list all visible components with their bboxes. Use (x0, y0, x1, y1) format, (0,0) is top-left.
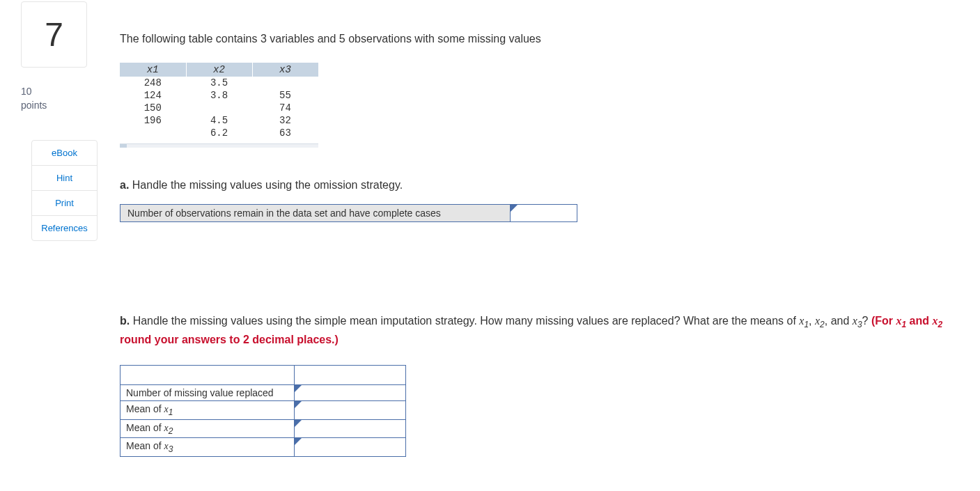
row-label: Number of missing value replaced (120, 384, 295, 400)
sidebar-link-ebook[interactable]: eBook (32, 141, 97, 166)
cell: 3.8 (186, 89, 252, 102)
var-x: x (815, 315, 820, 327)
sidebar-link-references[interactable]: References (32, 216, 97, 240)
table-row: Mean of x2 (120, 419, 406, 438)
var-x: x (853, 315, 857, 327)
part-a-input-wrap (511, 205, 577, 221)
sub-2: 2 (820, 320, 825, 329)
cell: 124 (120, 89, 186, 102)
main-content: The following table contains 3 variables… (120, 1, 959, 457)
table-row: 150 74 (120, 102, 318, 114)
table-scroll-hint (120, 143, 318, 148)
cell: 150 (120, 102, 186, 114)
cell: 196 (120, 114, 186, 127)
points-text: points (21, 100, 47, 111)
data-table: x1 x2 x3 248 3.5 124 3.8 55 150 (120, 63, 319, 139)
sidebar-link-print[interactable]: Print (32, 191, 97, 216)
part-b-prompt: b. Handle the missing values using the s… (120, 313, 959, 348)
table-row: 196 4.5 32 (120, 114, 318, 127)
col-header-x2: x2 (186, 63, 252, 77)
input-cell (295, 384, 406, 400)
col-header-x1: x1 (120, 63, 186, 77)
question-number-box: 7 (21, 1, 87, 68)
intro-text: The following table contains 3 variables… (120, 33, 959, 45)
table-row: Mean of x1 (120, 400, 406, 419)
cell: 3.5 (186, 77, 252, 89)
cell: 55 (252, 89, 318, 102)
input-cell (295, 438, 406, 457)
input-indicator-icon (295, 401, 302, 408)
part-a-prompt: a. Handle the missing values using the o… (120, 179, 959, 192)
sidebar-links: eBook Hint Print References (31, 140, 98, 241)
mean-x1-input[interactable] (295, 403, 405, 418)
part-b-label: b. (120, 315, 130, 327)
part-a-answer-label: Number of observations remain in the dat… (120, 205, 511, 221)
part-b-text: Handle the missing values using the simp… (130, 315, 799, 327)
sub-3: 3 (857, 320, 862, 329)
part-b-table: Number of missing value replaced Mean of… (120, 365, 406, 457)
mean-x2-input[interactable] (295, 421, 405, 436)
sidebar-link-hint[interactable]: Hint (32, 166, 97, 191)
cell: 4.5 (186, 114, 252, 127)
input-cell (295, 400, 406, 419)
part-a-input[interactable] (511, 205, 577, 221)
empty-header (120, 365, 295, 384)
row-label: Mean of x1 (120, 400, 295, 419)
points-value: 10 (21, 85, 98, 99)
cell (120, 127, 186, 139)
input-indicator-icon (295, 420, 302, 427)
sidebar: 7 10 points eBook Hint Print References (21, 1, 98, 457)
input-cell (295, 419, 406, 438)
points-label: 10 points (21, 85, 98, 112)
part-a-label: a. (120, 179, 129, 191)
empty-header (295, 365, 406, 384)
cell: 74 (252, 102, 318, 114)
table-row: 6.2 63 (120, 127, 318, 139)
row-label: Mean of x3 (120, 438, 295, 457)
part-a-answer-row: Number of observations remain in the dat… (120, 204, 577, 222)
cell: 248 (120, 77, 186, 89)
missing-count-input[interactable] (295, 385, 405, 400)
cell: 6.2 (186, 127, 252, 139)
table-row: 124 3.8 55 (120, 89, 318, 102)
cell (186, 102, 252, 114)
col-header-x3: x3 (252, 63, 318, 77)
input-indicator-icon (295, 385, 302, 392)
table-row: Number of missing value replaced (120, 384, 406, 400)
cell: 63 (252, 127, 318, 139)
mean-x3-input[interactable] (295, 439, 405, 455)
qmark: ? (862, 315, 871, 327)
part-b-header-row (120, 365, 406, 384)
part-a-text: Handle the missing values using the omis… (129, 179, 403, 191)
cell: 32 (252, 114, 318, 127)
input-indicator-icon (511, 205, 518, 212)
cell (252, 77, 318, 89)
input-indicator-icon (295, 438, 302, 445)
and: , and (825, 315, 853, 327)
row-label: Mean of x2 (120, 419, 295, 438)
join: , (809, 315, 815, 327)
table-row: 248 3.5 (120, 77, 318, 89)
table-row: Mean of x3 (120, 438, 406, 457)
